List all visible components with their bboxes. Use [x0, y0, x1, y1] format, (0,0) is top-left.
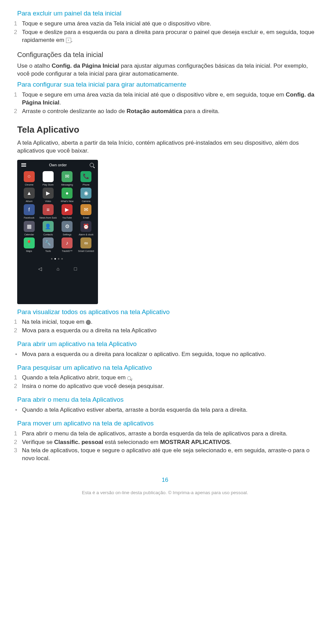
- app-label: Camera: [82, 200, 90, 203]
- app-icon: ✉: [80, 204, 91, 215]
- page-indicator: ●●●●: [17, 256, 98, 261]
- footer-text: Esta é a versão on-line desta publicação…: [10, 490, 320, 496]
- step-text: Quando a tela Aplicativo estiver aberta,…: [22, 406, 320, 414]
- app-icon: 🔧: [43, 237, 54, 248]
- back-icon: ◁: [38, 266, 42, 272]
- text-part: Na tela inicial, toque em: [22, 319, 86, 325]
- phone-title: Own order: [49, 163, 67, 168]
- app-item: ▦Calendar: [20, 221, 38, 236]
- app-label: Maps: [26, 249, 32, 253]
- home-icon: ⌂: [57, 266, 59, 272]
- list-search-app: 1Quando a tela Aplicativo abrir, toque e…: [10, 374, 320, 390]
- search-icon: [90, 163, 94, 167]
- list-exclude-panel: 1Toque e segure uma área vazia da Tela i…: [10, 20, 320, 44]
- app-label: Album: [26, 200, 33, 203]
- bold-text: Config. da Página Inicial: [52, 63, 119, 69]
- heading-search-app: Para pesquisar um aplicativo na tela Apl…: [17, 363, 320, 372]
- recent-icon: □: [74, 266, 77, 272]
- app-icon: ▶: [43, 188, 54, 199]
- bold-text: Classific. pessoal: [54, 439, 103, 445]
- app-icon: ●: [62, 188, 73, 199]
- app-item: ∞Smart Connect: [77, 237, 95, 253]
- step-text: Toque e segure em uma área vazia da tela…: [22, 91, 320, 107]
- step-text: Para abrir o menu da tela de aplicativos…: [22, 430, 320, 438]
- app-item: ◉Camera: [77, 188, 95, 203]
- step-text: Mova para a esquerda ou a direita na tel…: [22, 327, 320, 335]
- phone-nav-bar: ◁⌂□: [17, 264, 98, 274]
- app-icon: ≡: [43, 204, 54, 215]
- step-text: Na tela inicial, toque em .: [22, 318, 320, 326]
- list-number: 1: [10, 374, 17, 382]
- bullet: •: [10, 406, 17, 414]
- step-text: Toque e segure uma área vazia da Tela in…: [22, 20, 320, 28]
- app-icon: ▶: [43, 171, 54, 182]
- app-icon: ✉: [62, 171, 73, 182]
- app-item: ⚙Settings: [58, 221, 76, 236]
- app-item: ○Chrome: [20, 171, 38, 186]
- list-auto-rotate: 1Toque e segure em uma área vazia da tel…: [10, 91, 320, 115]
- app-icon: ⏰: [80, 221, 91, 232]
- app-icon: ♪: [62, 237, 73, 248]
- app-icon: f: [24, 204, 35, 215]
- text-part: Arraste o controle deslizante ao lado de: [22, 108, 126, 114]
- heading-exclude-panel: Para excluir um painel da tela inicial: [17, 9, 320, 18]
- app-item: ✉Email: [77, 204, 95, 219]
- list-number: 2: [10, 327, 17, 335]
- hamburger-icon: [21, 165, 26, 165]
- list-number: 1: [10, 91, 17, 107]
- bold-text: Rotação automática: [126, 108, 182, 114]
- heading-move-app: Para mover um aplicativo na tela de apli…: [17, 419, 320, 428]
- app-label: TrackID™: [62, 249, 73, 253]
- heading-open-menu: Para abrir o menu da tela Aplicativos: [17, 395, 320, 404]
- app-item: ▶Video: [39, 188, 57, 203]
- app-label: Video: [45, 200, 51, 203]
- app-item: ♪TrackID™: [58, 237, 76, 253]
- list-number: 1: [10, 430, 17, 438]
- app-icon: 📍: [24, 237, 35, 248]
- app-label: Settings: [63, 233, 71, 236]
- paragraph-app-screen: A tela Aplicativo, aberta a partir da te…: [17, 139, 320, 155]
- app-label: News from Socialife: [40, 216, 57, 219]
- step-text: Insira o nome do aplicativo que você des…: [22, 382, 320, 390]
- list-open-menu: •Quando a tela Aplicativo estiver aberta…: [10, 406, 320, 414]
- list-number: 1: [10, 318, 17, 326]
- list-number: 3: [10, 447, 17, 463]
- step-text: Verifique se Classific. pessoal está sel…: [22, 438, 320, 446]
- app-item: ●What's New: [58, 188, 76, 203]
- app-icon: ▶: [62, 204, 73, 215]
- app-label: Phone: [82, 183, 89, 186]
- app-icon: 📞: [80, 171, 91, 182]
- app-label: Facebook: [24, 216, 34, 219]
- close-panel-icon: ×: [66, 38, 71, 43]
- apps-drawer-icon: [86, 320, 91, 325]
- heading-open-app: Para abrir um aplicativo na tela Aplicat…: [17, 340, 320, 348]
- list-move-app: 1Para abrir o menu da tela de aplicativo…: [10, 430, 320, 463]
- heading-view-all-apps: Para visualizar todos os aplicativos na …: [17, 308, 320, 317]
- app-item: fFacebook: [20, 204, 38, 219]
- list-number: 2: [10, 382, 17, 390]
- paragraph-config-home: Use o atalho Config. da Página Inicial p…: [17, 62, 320, 78]
- app-label: Alarm & clock: [79, 233, 94, 236]
- app-icon: ◉: [80, 188, 91, 199]
- app-label: Calendar: [24, 233, 34, 236]
- app-item: ✉Messaging: [58, 171, 76, 186]
- app-item: 🔧Tools: [39, 237, 57, 253]
- text-part: Quando a tela Aplicativo abrir, toque em: [22, 374, 127, 381]
- page-number: 16: [10, 476, 320, 484]
- app-label: Contacts: [43, 233, 53, 236]
- app-label: Email: [83, 216, 89, 219]
- list-open-app: •Mova para a esquerda ou a direita para …: [10, 351, 320, 358]
- app-item: ▶YouTube: [58, 204, 76, 219]
- app-label: Tools: [45, 249, 51, 253]
- list-number: 2: [10, 438, 17, 446]
- step-text: Quando a tela Aplicativo abrir, toque em…: [22, 374, 320, 382]
- step-text: Na tela de aplicativos, toque e segure o…: [22, 447, 320, 463]
- app-icon: ▲: [24, 188, 35, 199]
- text-part: Use o atalho: [17, 63, 52, 69]
- heading-app-screen: Tela Aplicativo: [17, 124, 320, 136]
- list-number: 1: [10, 20, 17, 28]
- app-icon: 👤: [43, 221, 54, 232]
- app-item: 📍Maps: [20, 237, 38, 253]
- app-item: 📞Phone: [77, 171, 95, 186]
- app-icon: ○: [24, 171, 35, 182]
